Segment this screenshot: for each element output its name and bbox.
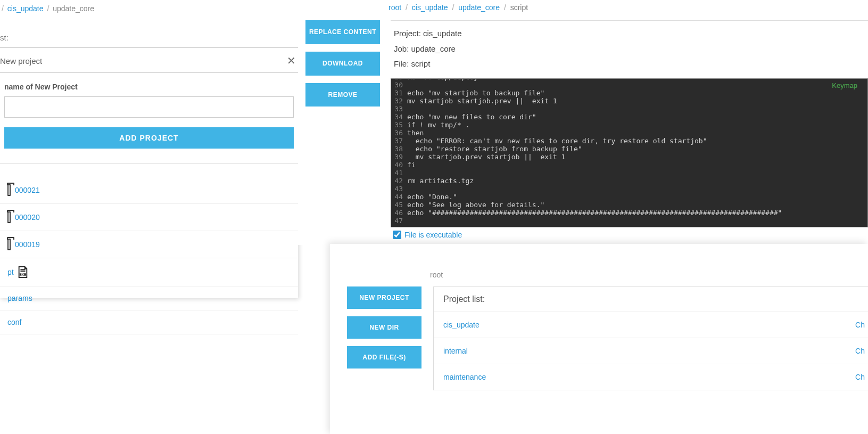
code-text: echo "Done."	[407, 193, 457, 201]
line-number: 45	[391, 201, 407, 209]
replace-content-button[interactable]: REPLACE CONTENT	[305, 20, 380, 44]
new-dir-button[interactable]: NEW DIR	[347, 316, 421, 339]
breadcrumb-current: update_core	[53, 4, 94, 13]
meta-job: Job: update_core	[394, 42, 868, 57]
code-line: 34echo "mv new files to core dir"	[391, 113, 867, 121]
svg-text:EXE: EXE	[19, 273, 27, 276]
run-icon	[7, 211, 11, 223]
executable-checkbox[interactable]	[393, 231, 401, 239]
project-list: cis_updateChinternalChmaintenanceCh	[434, 312, 868, 390]
new-project-button[interactable]: NEW PROJECT	[347, 286, 421, 309]
breadcrumb-sep: /	[2, 4, 4, 13]
form-label-name: name of New Project	[4, 83, 294, 91]
code-line: 47	[391, 217, 867, 225]
line-number: 43	[391, 185, 407, 193]
add-file-button[interactable]: ADD FILE(-S)	[347, 346, 421, 369]
line-number: 38	[391, 145, 407, 153]
code-line: 41	[391, 169, 867, 177]
add-project-button[interactable]: ADD PROJECT	[4, 127, 294, 149]
line-number: 33	[391, 105, 407, 113]
line-number: 47	[391, 217, 407, 225]
run-icon	[7, 239, 11, 250]
project-name-input[interactable]	[4, 96, 294, 118]
list-item[interactable]: ptEXE	[0, 258, 298, 286]
list-item[interactable]: conf	[0, 310, 298, 334]
breadcrumb-sep: /	[504, 3, 506, 12]
code-text: echo "ERROR: can't mv new files to core …	[407, 137, 707, 145]
list-item[interactable]: 000019	[0, 231, 298, 258]
project-list-main: Project list: cis_updateChinternalChmain…	[433, 286, 868, 390]
line-number: 39	[391, 153, 407, 161]
code-line: 32mv startjob startjob.prev || exit 1	[391, 97, 867, 105]
code-text: echo "mv new files to core dir"	[407, 113, 536, 121]
panel-file-editor: root / cis_update / update_core / script…	[298, 0, 868, 245]
code-text: echo "See log above for details."	[407, 201, 544, 209]
project-row: cis_updateCh	[434, 312, 868, 338]
keymap-link[interactable]: Keymap	[832, 81, 857, 89]
line-number: 37	[391, 137, 407, 145]
line-number: 40	[391, 161, 407, 169]
list-item[interactable]: 000021	[0, 177, 298, 204]
code-text: echo "restore startjob from backup file"	[407, 145, 582, 153]
section-label: st:	[0, 17, 298, 48]
project-link[interactable]: maintenance	[443, 373, 486, 381]
line-number: 30	[391, 81, 407, 89]
code-text: fi	[407, 161, 416, 169]
list-item-link[interactable]: conf	[7, 318, 21, 326]
line-number: 44	[391, 193, 407, 201]
list-item-link[interactable]: params	[7, 294, 32, 302]
line-number: 35	[391, 121, 407, 129]
list-item-link[interactable]: 000020	[15, 213, 40, 222]
project-row: maintenanceCh	[434, 364, 868, 390]
code-text: mv startjob.prev startjob || exit 1	[407, 153, 565, 161]
code-text: echo "##################################…	[407, 209, 782, 217]
code-line: 38 echo "restore startjob from backup fi…	[391, 145, 867, 153]
run-icon	[7, 184, 11, 196]
code-text: mv startjob startjob.prev || exit 1	[407, 97, 557, 105]
line-number: 42	[391, 177, 407, 185]
list-item[interactable]: params	[0, 286, 298, 310]
project-action[interactable]: Ch	[855, 321, 865, 329]
line-number: 36	[391, 129, 407, 137]
project-link[interactable]: internal	[443, 347, 468, 355]
panel-project-list: root NEW PROJECT NEW DIR ADD FILE(-S) Pr…	[330, 244, 868, 434]
breadcrumb-link-update-core[interactable]: update_core	[458, 3, 500, 12]
close-icon[interactable]: ✕	[287, 54, 296, 67]
project-action[interactable]: Ch	[855, 347, 865, 355]
list-item-link[interactable]: 000019	[15, 240, 40, 249]
download-button[interactable]: DOWNLOAD	[305, 52, 380, 76]
code-line: 37 echo "ERROR: can't mv new files to co…	[391, 137, 867, 145]
breadcrumb-sep: /	[452, 3, 454, 12]
file-list: 000021000020000019ptEXEparamsconf	[0, 177, 298, 334]
project-action[interactable]: Ch	[855, 373, 865, 381]
code-text: echo "mv startjob to backup file"	[407, 89, 544, 97]
breadcrumb-link-cis-update[interactable]: cis_update	[7, 4, 44, 13]
breadcrumb: / cis_update / update_core	[0, 0, 298, 17]
code-text: then	[407, 129, 424, 137]
breadcrumb-link-cis-update[interactable]: cis_update	[412, 3, 448, 12]
meta-file: File: script	[394, 56, 868, 72]
code-line: 46echo "################################…	[391, 209, 867, 217]
action-sidebar: REPLACE CONTENT DOWNLOAD REMOVE	[305, 20, 380, 239]
line-number: 46	[391, 209, 407, 217]
code-text: rm artifacts.tgz	[407, 177, 474, 185]
code-line: 42rm artifacts.tgz	[391, 177, 867, 185]
editor-main: Project: cis_update Job: update_core Fil…	[391, 20, 868, 239]
project-link[interactable]: cis_update	[443, 321, 480, 329]
meta-project: Project: cis_update	[394, 26, 868, 42]
list-item-link[interactable]: pt	[7, 268, 14, 276]
code-text: if ! mv tmp/* .	[407, 121, 469, 129]
breadcrumb-sep: /	[47, 4, 49, 13]
project-list-header: Project list:	[434, 287, 868, 312]
code-line: 35if ! mv tmp/* .	[391, 121, 867, 129]
list-item[interactable]: 000020	[0, 204, 298, 231]
breadcrumb-current: root	[430, 271, 443, 279]
panel-job-view: / cis_update / update_core st: New proje…	[0, 0, 298, 298]
project-row: internalCh	[434, 338, 868, 364]
remove-button[interactable]: REMOVE	[305, 83, 380, 107]
code-line: 40fi	[391, 161, 867, 169]
breadcrumb: root / cis_update / update_core / script	[298, 0, 868, 15]
list-item-link[interactable]: 000021	[15, 186, 40, 194]
breadcrumb-link-root[interactable]: root	[388, 3, 401, 12]
code-editor[interactable]: 2829rm -rf tmp/deploy3031echo "mv startj…	[391, 78, 868, 227]
